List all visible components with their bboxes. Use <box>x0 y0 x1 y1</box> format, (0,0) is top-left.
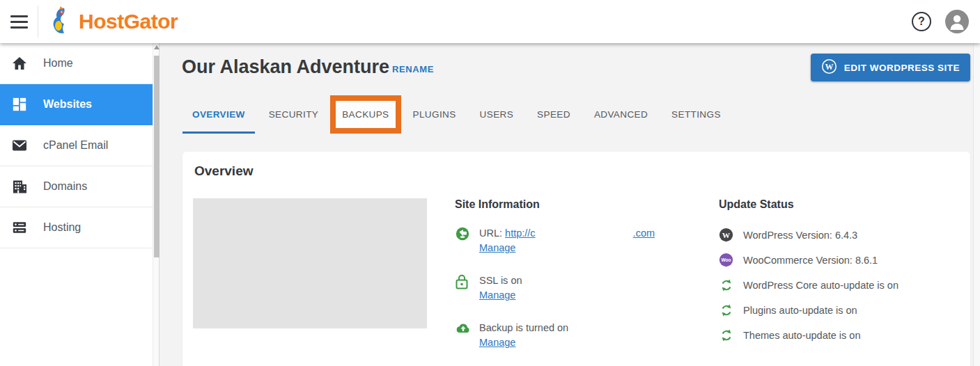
globe-icon <box>455 226 470 243</box>
backup-row: Backup is turned on Manage <box>455 321 685 350</box>
tab-users[interactable]: USERS <box>470 95 524 134</box>
websites-grid-icon <box>11 96 28 113</box>
update-status-heading: Update Status <box>719 198 956 211</box>
manage-backup-link[interactable]: Manage <box>479 337 515 348</box>
hostgator-logo[interactable]: HostGator <box>47 4 178 39</box>
main-scrollbar-track[interactable] <box>973 43 980 366</box>
refresh-icon <box>719 328 733 342</box>
hostgator-mascot-icon <box>47 4 75 39</box>
sidebar-item-label: Home <box>43 57 73 70</box>
site-information-section: Site Information URL: http://c.com Manag… <box>455 198 685 350</box>
tab-backups[interactable]: BACKUPS <box>332 95 398 134</box>
woocommerce-version-text: WooCommerce Version: 8.6.1 <box>743 255 878 266</box>
woocommerce-version-row: Woo WooCommerce Version: 8.6.1 <box>719 253 956 267</box>
tab-advanced[interactable]: ADVANCED <box>584 95 658 134</box>
wordpress-version-row: W WordPress Version: 6.4.3 <box>719 228 956 242</box>
top-app-bar: HostGator ? <box>0 0 980 43</box>
ssl-status-text: SSL is on <box>479 273 522 288</box>
lock-icon <box>455 273 470 290</box>
hamburger-menu-icon[interactable] <box>0 0 38 43</box>
edit-wordpress-site-label: EDIT WORDPRESS SITE <box>844 63 960 73</box>
rename-link[interactable]: RENAME <box>392 64 434 74</box>
plugins-autoupdate-row: Plugins auto-update is on <box>719 303 956 317</box>
site-tabs: OVERVIEW SECURITY BACKUPS PLUGINS USERS … <box>182 95 735 134</box>
sidebar-scrollbar[interactable] <box>153 43 160 366</box>
core-autoupdate-row: WordPress Core auto-update is on <box>719 278 956 292</box>
refresh-icon <box>719 303 733 317</box>
manage-url-link[interactable]: Manage <box>479 242 515 253</box>
sidebar-item-domains[interactable]: Domains <box>0 166 153 207</box>
wordpress-version-text: WordPress Version: 6.4.3 <box>743 230 857 241</box>
cloud-upload-icon <box>455 321 470 337</box>
sidebar-item-label: Hosting <box>43 221 81 234</box>
refresh-icon <box>719 278 733 292</box>
svg-text:W: W <box>825 62 833 72</box>
site-url-link[interactable]: http://c.com <box>505 228 655 239</box>
wordpress-icon: W <box>719 228 733 242</box>
topbar-divider <box>38 6 38 38</box>
tab-speed[interactable]: SPEED <box>527 95 580 134</box>
server-icon <box>11 219 28 236</box>
edit-wordpress-site-button[interactable]: W EDIT WORDPRESS SITE <box>811 54 970 81</box>
tab-plugins[interactable]: PLUGINS <box>403 95 466 134</box>
wordpress-icon: W <box>821 58 837 77</box>
sidebar-item-label: cPanel Email <box>43 139 108 152</box>
site-thumbnail-placeholder <box>193 198 427 328</box>
themes-autoupdate-row: Themes auto-update is on <box>719 328 956 342</box>
sidebar-item-label: Domains <box>43 180 87 193</box>
svg-text:W: W <box>722 231 731 239</box>
core-autoupdate-text: WordPress Core auto-update is on <box>743 280 899 291</box>
site-information-heading: Site Information <box>455 198 685 211</box>
manage-ssl-link[interactable]: Manage <box>479 289 515 301</box>
help-icon[interactable]: ? <box>912 12 931 31</box>
sidebar-item-home[interactable]: Home <box>0 43 153 84</box>
url-redaction <box>536 228 633 237</box>
sidebar-item-websites[interactable]: Websites <box>0 84 153 125</box>
page-title: Our Alaskan Adventure <box>182 56 389 78</box>
tab-settings[interactable]: SETTINGS <box>662 95 731 134</box>
themes-autoupdate-text: Themes auto-update is on <box>743 330 860 341</box>
building-icon <box>11 178 28 195</box>
url-line: URL: http://c.com <box>479 226 655 241</box>
sidebar-item-cpanel-email[interactable]: cPanel Email <box>0 125 153 166</box>
scrollbar-up-arrow-icon[interactable] <box>154 45 160 49</box>
woocommerce-icon: Woo <box>719 253 733 267</box>
sidebar-item-label: Websites <box>43 98 92 111</box>
ssl-row: SSL is on Manage <box>455 273 685 303</box>
url-label: URL: <box>479 228 502 239</box>
envelope-icon <box>11 137 28 154</box>
url-row: URL: http://c.com Manage <box>455 226 685 255</box>
hostgator-logo-text: HostGator <box>79 10 178 33</box>
tab-overview[interactable]: OVERVIEW <box>182 95 255 134</box>
overview-card: Overview Site Information URL: http://c.… <box>182 152 970 366</box>
tab-security[interactable]: SECURITY <box>259 95 328 134</box>
backup-status-text: Backup is turned on <box>479 321 568 335</box>
user-avatar-icon[interactable] <box>945 10 969 33</box>
sidebar-scrollbar-thumb[interactable] <box>154 56 160 257</box>
svg-text:Woo: Woo <box>721 257 731 262</box>
home-icon <box>11 55 28 72</box>
overview-heading: Overview <box>194 164 254 179</box>
sidebar-item-hosting[interactable]: Hosting <box>0 207 153 248</box>
plugins-autoupdate-text: Plugins auto-update is on <box>743 305 857 316</box>
update-status-section: Update Status W WordPress Version: 6.4.3… <box>719 198 956 342</box>
sidebar-nav: Home Websites cPanel Email <box>0 43 153 366</box>
